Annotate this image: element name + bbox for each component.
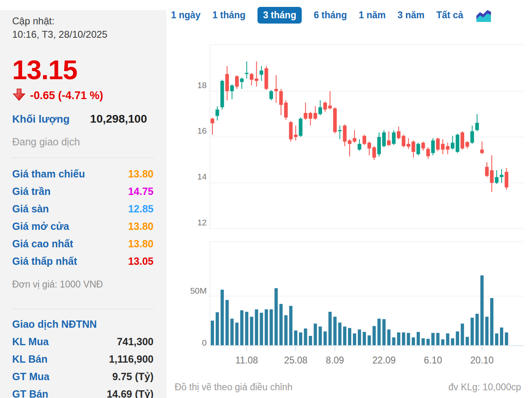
price-table-label: Giá mở cửa (12, 221, 69, 232)
foreign-table-value: 14.69 (Tỷ) (107, 388, 154, 398)
stock-quote-page: { "update_panel": { "label": "Cập nhật:"… (0, 0, 532, 398)
price-table-row: Giá sàn12.85 (12, 200, 154, 218)
candle-body (446, 146, 450, 149)
last-update: Cập nhật: 10:16, T3, 28/10/2025 (12, 14, 154, 41)
price-table-label: Giá sàn (12, 203, 49, 215)
price-y-axis-label: 16 (197, 126, 207, 135)
volume-bar (275, 288, 278, 345)
tab-1-thang[interactable]: 1 tháng (212, 10, 246, 21)
candle-body (279, 91, 283, 105)
volume-bar (309, 336, 312, 345)
volume-bar (505, 333, 508, 345)
tab-6-thang[interactable]: 6 tháng (314, 10, 347, 21)
volume-bar (363, 332, 366, 345)
price-table-row: Giá mở cửa13.80 (12, 218, 154, 235)
price-y-axis-label: 12 (197, 218, 207, 227)
volume-bar (250, 317, 253, 345)
candle-body (411, 142, 415, 152)
foreign-table-value: 1,116,900 (109, 353, 154, 365)
candle-body (318, 107, 322, 114)
candle-body (221, 81, 224, 107)
foreign-table-label: GT Mua (12, 371, 50, 383)
price-reference-table: Giá tham chiếu13.80Giá trần14.75Giá sàn1… (12, 165, 154, 270)
candle-body (240, 78, 244, 82)
candle-body (230, 85, 234, 91)
volume-bar (324, 331, 327, 345)
last-update-datetime: 10:16, T3, 28/10/2025 (12, 28, 154, 41)
foreign-table-value: 9.75 (Tỷ) (112, 371, 154, 383)
candle-body (475, 123, 479, 130)
current-price: 13.15 (12, 56, 154, 84)
volume-bar (417, 332, 420, 345)
price-y-axis-label: 14 (197, 172, 207, 181)
volume-bar (436, 333, 439, 345)
volume-bar (441, 339, 444, 345)
x-axis-label: 8.09 (326, 355, 344, 366)
chart-footnote-adjusted: Đồ thị vẽ theo giá điều chỉnh (175, 382, 292, 393)
foreign-table-row: GT Bán14.69 (Tỷ) (12, 385, 154, 398)
candle-body (368, 143, 371, 148)
volume-bar (490, 298, 493, 345)
candle-body (402, 136, 405, 146)
candle-body (211, 119, 214, 123)
volume-y-axis-label: 50M (190, 286, 207, 295)
candle-body (372, 147, 376, 158)
volume-bar (495, 333, 498, 345)
quote-panel: Cập nhật: 10:16, T3, 28/10/2025 13.15 -0… (0, 10, 167, 398)
candle-body (426, 149, 430, 156)
foreign-table-row: GT Mua9.75 (Tỷ) (12, 368, 154, 385)
price-table-row: Giá trần14.75 (12, 183, 154, 200)
volume-bar (387, 329, 391, 345)
tab-3-thang[interactable]: 3 tháng (257, 7, 302, 24)
volume-bar (289, 306, 292, 345)
candle-body (397, 131, 400, 138)
arrow-down-icon (12, 88, 26, 103)
price-table-row: Giá thấp nhất13.05 (12, 253, 154, 270)
volume-bar (377, 319, 381, 345)
volume-bar (466, 337, 469, 345)
volume-bar (235, 322, 238, 345)
candle-body (328, 106, 332, 108)
volume-bar (382, 319, 385, 345)
volume-bar (225, 300, 229, 345)
tab-tat-ca[interactable]: Tất cả (436, 10, 463, 21)
chart-footnote-volume-unit: đv KLg: 10,000cp (448, 382, 521, 393)
time-range-tabs: 1 ngày1 tháng3 tháng6 tháng1 năm3 nămTất… (171, 7, 492, 24)
area-chart-icon[interactable] (475, 8, 492, 23)
candle-body (358, 144, 361, 149)
price-volume-chart[interactable]: 1816141250M011.0825.088.0922.096.1020.10 (167, 0, 532, 398)
price-table-value: 13.05 (128, 255, 154, 267)
tab-3-nam[interactable]: 3 năm (398, 10, 424, 21)
price-y-axis-label: 18 (197, 80, 207, 90)
price-change-row: -0.65 (-4.71 %) (12, 88, 154, 103)
candle-body (392, 132, 396, 144)
volume-bar (368, 335, 371, 345)
price-table-label: Giá thấp nhất (12, 255, 77, 267)
candle-body (245, 73, 249, 74)
volume-bar (397, 333, 400, 345)
volume-y-axis-label: 0 (202, 338, 207, 347)
price-table-value: 12.85 (128, 203, 154, 215)
foreign-table-label: GT Bán (12, 388, 48, 398)
volume-bar (422, 338, 425, 345)
volume-bar (348, 328, 351, 345)
candle-body (274, 89, 278, 91)
volume-bar (279, 304, 283, 345)
volume-bar (304, 329, 307, 345)
volume-bar (265, 309, 268, 345)
candle-body (235, 76, 239, 87)
tab-1-nam[interactable]: 1 năm (359, 10, 385, 21)
candle-body (495, 177, 499, 183)
price-table-row: Giá cao nhất13.80 (12, 235, 154, 253)
volume-bar (211, 321, 214, 346)
volume-bar (329, 312, 332, 345)
candle-body (225, 74, 229, 91)
candle-body (465, 142, 469, 147)
foreign-table-row: KL Mua741,300 (12, 333, 154, 350)
price-table-row: Giá tham chiếu13.80 (12, 165, 154, 183)
volume-bar (407, 333, 410, 345)
price-table-label: Giá cao nhất (12, 238, 73, 250)
volume-bar (392, 337, 396, 345)
x-axis-label: 6.10 (424, 355, 442, 366)
tab-1-ngay[interactable]: 1 ngày (171, 10, 201, 21)
